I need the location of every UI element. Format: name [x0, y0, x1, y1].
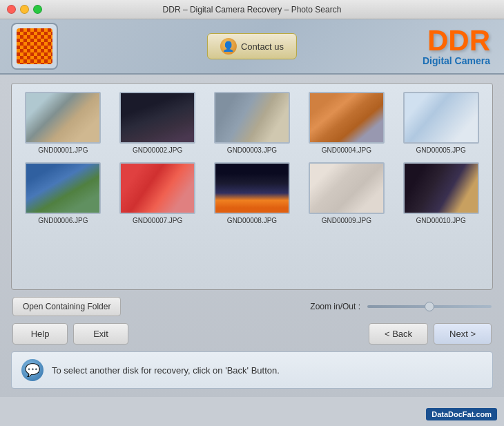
zoom-control: Zoom in/Out : [310, 302, 492, 311]
minimize-button[interactable] [20, 5, 29, 14]
contact-button[interactable]: 👤 Contact us [207, 33, 297, 59]
photo-item[interactable]: GND00001.JPG [20, 92, 106, 154]
open-folder-button[interactable]: Open Containing Folder [12, 297, 121, 316]
photo-thumbnail [119, 162, 195, 214]
photo-filename: GND00009.JPG [322, 217, 371, 224]
photo-filename: GND00001.JPG [38, 146, 88, 154]
photo-item[interactable]: GND00009.JPG [303, 162, 389, 224]
photo-grid: GND00001.JPGGND00002.JPGGND00003.JPGGND0… [20, 92, 484, 224]
window-title: DDR – Digital Camera Recovery – Photo Se… [163, 5, 342, 14]
ddr-logo: DDR Digital Camera [423, 26, 490, 66]
controls-row: Open Containing Folder Zoom in/Out : [11, 297, 493, 316]
photo-thumbnail [403, 92, 479, 144]
main-content: GND00001.JPGGND00002.JPGGND00003.JPGGND0… [0, 75, 504, 397]
photo-thumbnail [25, 162, 101, 214]
nav-right: < Back Next > [369, 323, 492, 345]
photo-item[interactable]: GND00006.JPG [20, 162, 106, 224]
title-bar: DDR – Digital Camera Recovery – Photo Se… [0, 0, 504, 19]
photo-filename: GND00005.JPG [416, 146, 465, 154]
help-button[interactable]: Help [12, 323, 68, 345]
next-button[interactable]: Next > [434, 323, 492, 345]
info-message: To select another disk for recovery, cli… [52, 365, 280, 376]
nav-left: Help Exit [12, 323, 128, 345]
photo-thumbnail [119, 92, 195, 144]
photo-filename: GND00006.JPG [38, 217, 88, 224]
info-bar: 💬 To select another disk for recovery, c… [11, 351, 493, 389]
ddr-subtitle: Digital Camera [423, 55, 490, 66]
photo-filename: GND00008.JPG [227, 217, 277, 224]
photo-filename: GND00010.JPG [416, 217, 465, 224]
app-header: 👤 Contact us DDR Digital Camera [0, 19, 504, 75]
photo-filename: GND00003.JPG [227, 146, 277, 154]
info-icon: 💬 [21, 359, 43, 381]
photo-filename: GND00004.JPG [322, 146, 371, 154]
watermark: DataDocFat.com [426, 408, 497, 420]
photo-thumbnail [309, 92, 385, 144]
photo-thumbnail [403, 162, 479, 214]
checkerboard-icon [17, 28, 52, 64]
nav-row: Help Exit < Back Next > [11, 323, 493, 345]
contact-icon: 👤 [220, 38, 237, 55]
photo-filename: GND00002.JPG [133, 146, 182, 154]
window-controls[interactable] [7, 5, 42, 14]
photo-thumbnail [214, 92, 290, 144]
ddr-title: DDR [423, 26, 490, 55]
photo-item[interactable]: GND00007.JPG [115, 162, 201, 224]
zoom-label: Zoom in/Out : [310, 302, 360, 311]
photo-item[interactable]: GND00003.JPG [209, 92, 295, 154]
contact-label: Contact us [241, 41, 284, 52]
photo-item[interactable]: GND00008.JPG [209, 162, 295, 224]
photo-item[interactable]: GND00010.JPG [398, 162, 484, 224]
photo-thumbnail [309, 162, 385, 214]
maximize-button[interactable] [33, 5, 42, 14]
photo-thumbnail [214, 162, 290, 214]
photo-filename: GND00007.JPG [133, 217, 182, 224]
photo-item[interactable]: GND00005.JPG [398, 92, 484, 154]
app-logo [11, 23, 58, 70]
photo-thumbnail [25, 92, 101, 144]
close-button[interactable] [7, 5, 16, 14]
exit-button[interactable]: Exit [73, 323, 128, 345]
zoom-slider[interactable] [367, 305, 492, 308]
photo-grid-container[interactable]: GND00001.JPGGND00002.JPGGND00003.JPGGND0… [11, 83, 493, 290]
photo-item[interactable]: GND00004.JPG [303, 92, 389, 154]
photo-item[interactable]: GND00002.JPG [115, 92, 201, 154]
back-button[interactable]: < Back [369, 323, 428, 345]
